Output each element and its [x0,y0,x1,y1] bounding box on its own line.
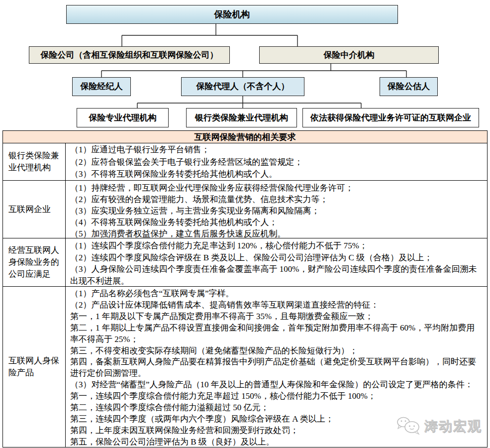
org-box-licensed-internet-enterprises: 依法获得保险代理业务许可证的互联网企业 [302,108,479,127]
requirement-line: （3）应实现业务独立运营，与主营业务实现业务隔离和风险隔离； [70,205,485,217]
requirement-line: （4）不得将互联网保险业务转委托给其他机构或个人； [70,217,485,228]
requirement-line: 第二，连续四个季度综合偿付能力溢额超过 50 亿元； [70,402,485,414]
insurance-org-chart: 保险机构 保险公司（含相互保险组织和互联网保险公司） 保险中介机构 保险经纪人 … [0,0,490,130]
requirement-line: （1）持牌经营，即互联网企业代理保险业务应获得经营保险代理业务许可； [70,182,485,194]
row-content: （1）持牌经营，即互联网企业代理保险业务应获得经营保险代理业务许可；（2）应有较… [66,181,487,238]
requirement-line: （2）应符合银保监会关于电子银行业务经营区域的监管规定； [70,156,485,169]
row-label: 银行类保险兼业代理机构 [3,143,66,180]
requirements-table: 互联网保险营销的相关要求 银行类保险兼业代理机构 （1）应通过电子银行业务平台销… [2,130,488,448]
chat-bubbles-icon [395,416,421,436]
requirement-line: （3）对经营“储蓄型”人身险产品（10 年及以上的普通型人寿保险和年金保险）的公… [70,379,485,391]
requirements-table-title: 互联网保险营销的相关要求 [3,131,487,143]
row-content: （1）应通过电子银行业务平台销售；（2）应符合银保监会关于电子银行业务经营区域的… [66,143,487,180]
org-box-insurance-companies: 保险公司（含相互保险组织和互联网保险公司） [29,46,230,64]
row-label: 经营互联网人身保险业务的公司应满足 [3,238,66,286]
requirement-line: （5）加强消费者权益保护，建立售后服务快速反应机制。 [70,228,485,238]
requirement-line: （1）产品名称必须包含“互联网专属”字样。 [70,288,485,300]
watermark-text: 涛动宏观 [424,417,482,435]
table-row: 银行类保险兼业代理机构 （1）应通过电子银行业务平台销售；（2）应符合银保监会关… [3,143,487,181]
requirement-line: 第五，保险公司公司治理评估为 B 级（良好）及以上。 [70,437,485,447]
org-box-insurance-intermediaries: 保险中介机构 [259,46,439,64]
requirements-table-body: 银行类保险兼业代理机构 （1）应通过电子银行业务平台销售；（2）应符合银保监会关… [3,143,487,447]
page: 保险机构 保险公司（含相互保险组织和互联网保险公司） 保险中介机构 保险经纪人 … [0,0,490,448]
requirement-line: 出现不利进展。 [70,275,485,287]
table-row: 经营互联网人身保险业务的公司应满足 （1）连续四个季度综合偿付能力充足率达到 1… [3,238,487,287]
org-box-insurance-brokers: 保险经纪人 [72,77,131,96]
requirement-line: 第二，1 年期以上专属产品不得设置直接佣金和间接佣金，首年预定附加费用率不得高于… [70,323,485,334]
org-box-professional-agencies: 保险专业代理机构 [77,108,169,127]
row-label: 互联网企业 [3,181,66,238]
org-box-insurance-agents: 保险代理人（不含个人） [181,77,304,96]
requirement-line: 第四，备案新互联网人身险产品要在精算报告中列明产品定价基础（避免定价受互联网平台… [70,356,485,368]
requirement-line: （3）不得将互联网保险业务转委托给其他机构或个人。 [70,168,485,180]
watermark: 涛动宏观 [395,416,482,436]
requirement-line: （1）应通过电子银行业务平台销售； [70,144,485,156]
org-box-insurance-institutions: 保险机构 [66,5,398,24]
org-box-insurance-adjusters: 保险公估人 [380,77,438,96]
row-label: 互联网人身保险产品 [3,287,66,447]
requirement-line: 进行定价回溯管理。 [70,368,485,379]
requirement-line: 第一，连续四个季度综合偿付能力充足率超过 150%，核心偿付能力不低于 100%… [70,391,485,402]
requirement-line: 第三，不得变相改变实际存续期间（避免储蓄型保险产品的长险短做行为）； [70,345,485,357]
table-row: 互联网企业 （1）持牌经营，即互联网企业代理保险业务应获得经营保险代理业务许可；… [3,181,487,238]
requirement-line: （3）人身保险公司连续四个季度责任准备金覆盖率高于 100%，财产险公司连续四个… [70,263,485,275]
requirement-line: 率不得高于 25%； [70,334,485,345]
requirement-line: （1）连续四个季度综合偿付能力充足率达到 120%，核心偿付能力不低于 75%； [70,240,485,252]
org-box-bank-agencies: 银行类保险兼业代理机构 [186,108,297,127]
row-content: （1）连续四个季度综合偿付能力充足率达到 120%，核心偿付能力不低于 75%；… [66,238,487,286]
requirement-line: （2）应有较强的合规管理能力、场景和流量优势、信息技术实力等； [70,194,485,205]
requirement-line: （2）连续四个季度风险综合评级在 B 类及以上、保险公司公司治理评估为 C 级（… [70,252,485,264]
requirement-line: 第一，1 年期及以下专属产品预定费用率不得高于 35%，且每期缴费金额应一致； [70,311,485,323]
requirement-line: （2）产品设计应体现降低销售成本、提高销售效率等互联网渠道直接经营的特征： [70,300,485,311]
